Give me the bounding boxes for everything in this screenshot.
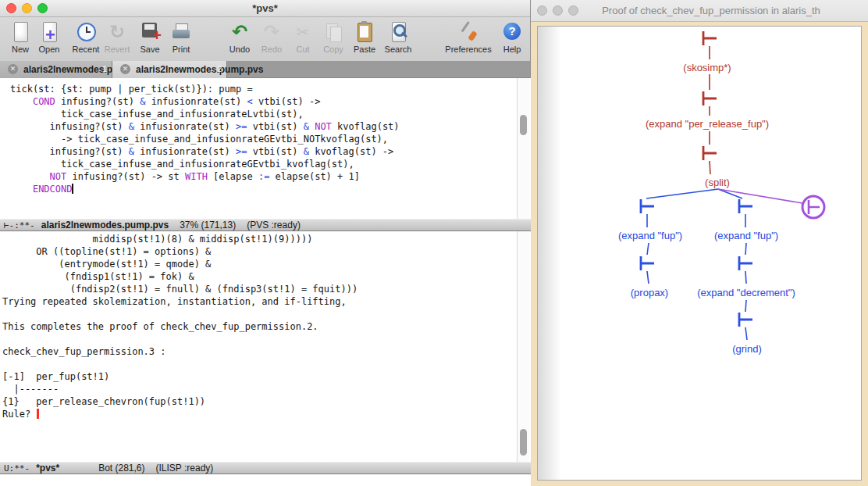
code-lines: tick(st: {st: pump | per_tick(st)}): pum… (0, 78, 531, 195)
preferences-screwdriver-icon (457, 20, 480, 44)
modeline-status: (PVS :ready) (247, 220, 301, 230)
paste-clipboard-icon (353, 20, 376, 44)
toolbar-label: Preferences (441, 45, 496, 54)
toolbar-label: Print (163, 45, 199, 54)
code-buffer[interactable]: tick(st: {st: pump | per_tick(st)}): pum… (0, 78, 531, 219)
tab-alaris2lnewmodes-pvs[interactable]: ✕ alaris2lnewmodes.pvs 1 (0, 61, 112, 78)
revert-icon: ↻ (105, 20, 129, 44)
modeline-buffer-name: *pvs* (36, 463, 59, 473)
sequent-icon[interactable] (809, 200, 820, 214)
modeline-status: (ILISP :ready) (156, 463, 214, 473)
proof-node-expand-fup-left[interactable]: (expand "fup") (618, 230, 682, 241)
recent-clock-icon (74, 20, 98, 44)
toolbar-label: Search (380, 45, 416, 54)
scrollbar-thumb[interactable] (520, 429, 527, 456)
redo-icon: ↷ (260, 20, 283, 44)
pvs-output-text: middisp(st!1)(8) & middisp(st!1)(9))))) … (0, 231, 531, 408)
mode-line-pvs-buffer: U:**-*pvs*Bot (281,6)(ILISP :ready) (0, 462, 531, 474)
revert-button: ↻ Revert (99, 20, 135, 54)
close-window-button[interactable] (537, 5, 547, 16)
toolbar-label: Undo (222, 45, 258, 54)
new-document-icon (9, 20, 32, 44)
cut-scissors-icon: ✂ (291, 20, 315, 44)
text-cursor (37, 409, 39, 419)
modeline-flags: ⊢-:**- (4, 220, 35, 230)
tab-alaris2lnewmodes-pump-pvs[interactable]: ✕ alaris2lnewmodes.pump.pvs 2 (112, 61, 227, 78)
pvs-output-buffer[interactable]: middisp(st!1)(8) & middisp(st!1)(9))))) … (0, 231, 531, 462)
search-icon (386, 20, 410, 44)
toolbar-label: Paste (347, 45, 382, 54)
print-icon (169, 20, 193, 44)
sequent-icon[interactable] (739, 313, 752, 327)
undo-icon: ↶ (228, 20, 251, 44)
proof-window-titlebar: Proof of check_chev_fup_permission in al… (531, 0, 868, 22)
modeline-position: Bot (281,6) (98, 463, 144, 473)
sequent-icon[interactable] (703, 146, 717, 160)
proof-node-grind[interactable]: (grind) (732, 343, 762, 355)
proof-node-expand-fup-right[interactable]: (expand "fup") (714, 230, 778, 241)
proof-node-split[interactable]: (split) (705, 177, 730, 188)
modeline-position: 37% (171,13) (180, 220, 236, 230)
proof-tree-window: Proof of check_chev_fup_permission in al… (531, 0, 868, 486)
toolbar-label: Help (494, 45, 530, 54)
tab-label: alaris2lnewmodes.pump.pvs (136, 64, 263, 75)
window-title: *pvs* (0, 2, 530, 14)
close-tab-icon[interactable]: ✕ (8, 64, 18, 74)
toolbar-label: Revert (99, 45, 135, 54)
emacs-window: *pvs* New + Open Recent ↻ Revert + Save (0, 0, 531, 486)
sequent-icon[interactable] (739, 199, 752, 213)
toolbar-label: Open (31, 45, 67, 54)
tab-label: alaris2lnewmodes.pvs (23, 64, 123, 75)
proof-node-propax[interactable]: (propax) (631, 287, 668, 298)
sequent-nodes-pending[interactable] (641, 199, 752, 327)
open-document-icon: + (37, 20, 61, 44)
modeline-flags: U:**- (4, 463, 30, 473)
save-icon: + (138, 20, 162, 44)
rule-prompt-line: Rule? (0, 408, 531, 420)
scrollbar[interactable] (517, 231, 529, 462)
tab-bar: ✕ alaris2lnewmodes.pvs 1 ✕ alaris2lnewmo… (0, 61, 530, 78)
toolbar: New + Open Recent ↻ Revert + Save Print (0, 17, 530, 61)
proof-node-skosimp[interactable]: (skosimp*) (683, 62, 731, 73)
undo-button[interactable]: ↶ Undo (222, 20, 258, 54)
tab-number: 2 (217, 64, 222, 73)
sequent-icon[interactable] (703, 91, 717, 105)
paste-button[interactable]: Paste (347, 20, 382, 54)
proof-edges-pending (646, 189, 747, 340)
proof-window-title: Proof of check_chev_fup_permission in al… (562, 5, 860, 16)
close-tab-icon[interactable]: ✕ (120, 64, 130, 74)
sequent-icon[interactable] (641, 256, 654, 270)
proof-node-expand-per-release-fup[interactable]: (expand "per_release_fup") (646, 118, 769, 130)
proof-edge-current (718, 189, 802, 203)
modeline-buffer-name: alaris2lnewmodes.pump.pvs (41, 220, 169, 230)
proof-tree-graphics (538, 27, 863, 481)
open-button[interactable]: + Open (31, 20, 67, 54)
emacs-titlebar: *pvs* (0, 0, 530, 17)
current-sequent-node[interactable] (802, 196, 824, 218)
search-button[interactable]: Search (380, 20, 416, 54)
tab-number: 1 (102, 64, 107, 73)
mode-line-code-buffer: ⊢-:**-alaris2lnewmodes.pump.pvs37% (171,… (0, 219, 531, 231)
screen: *pvs* New + Open Recent ↻ Revert + Save (0, 0, 868, 486)
print-button[interactable]: Print (163, 20, 199, 54)
minibuffer[interactable] (0, 474, 531, 486)
rule-prompt: Rule? (2, 409, 36, 420)
scrollbar[interactable] (517, 78, 529, 219)
help-icon: ? (500, 20, 524, 44)
sequent-icon[interactable] (703, 31, 717, 45)
sequent-icon[interactable] (739, 256, 752, 270)
copy-icon (322, 20, 345, 44)
proof-tree-canvas: (skosimp*) (expand "per_release_fup") (s… (537, 26, 862, 481)
scrollbar-thumb[interactable] (520, 115, 527, 135)
preferences-button[interactable]: Preferences (441, 20, 496, 54)
help-button[interactable]: ? Help (494, 20, 530, 54)
proof-node-expand-decrement[interactable]: (expand "decrement") (697, 287, 795, 298)
sequent-icon[interactable] (641, 199, 654, 213)
